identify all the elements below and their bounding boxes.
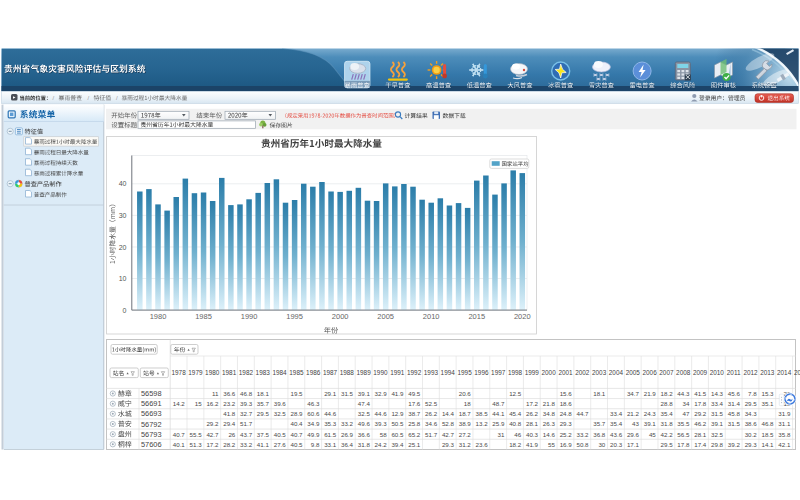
svg-text:39.3: 39.3 xyxy=(375,420,388,427)
svg-text:32.5: 32.5 xyxy=(711,431,724,438)
svg-text:34.7: 34.7 xyxy=(627,390,640,397)
svg-text:56693: 56693 xyxy=(141,409,162,418)
svg-text:29.5: 29.5 xyxy=(257,410,270,417)
svg-text:43.6: 43.6 xyxy=(610,431,623,438)
svg-text:56792: 56792 xyxy=(141,420,162,429)
svg-text:44.6: 44.6 xyxy=(324,410,337,417)
svg-text:44.3: 44.3 xyxy=(677,390,690,397)
svg-text:1980: 1980 xyxy=(150,312,167,321)
svg-text:39.6: 39.6 xyxy=(274,400,287,407)
svg-text:2008: 2008 xyxy=(676,369,691,376)
svg-text:28.8: 28.8 xyxy=(661,400,674,407)
svg-text:17.4: 17.4 xyxy=(694,441,707,448)
svg-text:31.5: 31.5 xyxy=(341,390,354,397)
svg-text:35.7: 35.7 xyxy=(257,400,270,407)
svg-text:19.5: 19.5 xyxy=(291,390,304,397)
svg-text:35.4: 35.4 xyxy=(610,420,623,427)
svg-text:1994: 1994 xyxy=(441,369,456,376)
svg-text:14.3: 14.3 xyxy=(711,390,724,397)
svg-text:26.2: 26.2 xyxy=(526,410,539,417)
svg-text:33.2: 33.2 xyxy=(576,431,589,438)
svg-text:39.4: 39.4 xyxy=(391,441,404,448)
svg-text:29.5: 29.5 xyxy=(745,400,758,407)
svg-text:1990: 1990 xyxy=(241,312,258,321)
svg-text:1987: 1987 xyxy=(323,369,338,376)
svg-text:36.6: 36.6 xyxy=(223,390,236,397)
svg-text:39.1: 39.1 xyxy=(358,390,371,397)
svg-text:50.8: 50.8 xyxy=(576,441,589,448)
svg-text:32.7: 32.7 xyxy=(240,410,253,417)
svg-text:2003: 2003 xyxy=(592,369,607,376)
svg-text:1995: 1995 xyxy=(286,312,303,321)
svg-text:29.1: 29.1 xyxy=(324,390,337,397)
svg-text:31.5: 31.5 xyxy=(711,410,724,417)
svg-text:1992: 1992 xyxy=(407,369,422,376)
svg-text:1985: 1985 xyxy=(195,312,212,321)
svg-text:33.2: 33.2 xyxy=(240,441,253,448)
svg-text:26.2: 26.2 xyxy=(425,410,438,417)
svg-text:48.7: 48.7 xyxy=(492,400,505,407)
svg-text:31.8: 31.8 xyxy=(661,420,674,427)
svg-text:52.8: 52.8 xyxy=(442,420,455,427)
svg-text:51.7: 51.7 xyxy=(425,431,438,438)
svg-text:42.2: 42.2 xyxy=(661,431,674,438)
svg-text:7.8: 7.8 xyxy=(748,390,757,397)
svg-text:36.4: 36.4 xyxy=(341,441,354,448)
svg-text:36.6: 36.6 xyxy=(358,431,371,438)
svg-text:1999: 1999 xyxy=(525,369,540,376)
svg-text:21.2: 21.2 xyxy=(627,410,640,417)
svg-text:2020: 2020 xyxy=(514,312,531,321)
svg-text:33.1: 33.1 xyxy=(324,441,337,448)
svg-text:14.6: 14.6 xyxy=(543,431,556,438)
svg-text:41.9: 41.9 xyxy=(391,390,404,397)
svg-text:29.3: 29.3 xyxy=(560,420,573,427)
svg-text:1984: 1984 xyxy=(272,369,287,376)
svg-text:55: 55 xyxy=(548,441,555,448)
svg-text:2007: 2007 xyxy=(659,369,674,376)
svg-text:31.4: 31.4 xyxy=(728,400,741,407)
svg-text:45.4: 45.4 xyxy=(509,410,522,417)
svg-text:1985: 1985 xyxy=(289,369,304,376)
svg-text:46.8: 46.8 xyxy=(240,390,253,397)
svg-text:38.9: 38.9 xyxy=(459,420,472,427)
svg-text:43: 43 xyxy=(632,420,639,427)
svg-text:1990: 1990 xyxy=(373,369,388,376)
svg-text:20.3: 20.3 xyxy=(610,441,623,448)
svg-text:2015: 2015 xyxy=(794,369,800,376)
svg-text:18.2: 18.2 xyxy=(509,441,522,448)
svg-text:15: 15 xyxy=(195,400,202,407)
svg-text:1979: 1979 xyxy=(188,369,203,376)
svg-text:40.7: 40.7 xyxy=(291,431,304,438)
svg-text:1981: 1981 xyxy=(222,369,237,376)
svg-text:2009: 2009 xyxy=(693,369,708,376)
svg-text:1991: 1991 xyxy=(390,369,405,376)
svg-text:55.5: 55.5 xyxy=(190,431,203,438)
svg-text:18.1: 18.1 xyxy=(257,390,270,397)
svg-text:49.6: 49.6 xyxy=(358,420,371,427)
svg-text:2014: 2014 xyxy=(777,369,792,376)
svg-text:1988: 1988 xyxy=(340,369,355,376)
svg-text:32.9: 32.9 xyxy=(375,390,388,397)
svg-text:29.4: 29.4 xyxy=(223,420,236,427)
svg-text:45.6: 45.6 xyxy=(728,390,741,397)
svg-text:40.1: 40.1 xyxy=(173,441,186,448)
svg-text:2013: 2013 xyxy=(760,369,775,376)
svg-text:32.5: 32.5 xyxy=(358,410,371,417)
svg-text:25.8: 25.8 xyxy=(408,420,421,427)
svg-text:40.5: 40.5 xyxy=(274,431,287,438)
svg-text:36.8: 36.8 xyxy=(593,431,606,438)
svg-text:29.3: 29.3 xyxy=(745,441,758,448)
svg-text:29.5: 29.5 xyxy=(661,441,674,448)
svg-text:39.1: 39.1 xyxy=(644,420,657,427)
svg-text:41.8: 41.8 xyxy=(223,410,236,417)
svg-text:31.9: 31.9 xyxy=(778,410,791,417)
svg-text:14.1: 14.1 xyxy=(761,441,774,448)
svg-text:17.2: 17.2 xyxy=(206,441,219,448)
svg-text:26.3: 26.3 xyxy=(543,420,556,427)
svg-text:18.5: 18.5 xyxy=(761,431,774,438)
svg-text:49.9: 49.9 xyxy=(307,431,320,438)
svg-text:31.1: 31.1 xyxy=(778,420,791,427)
svg-text:24.8: 24.8 xyxy=(560,410,573,417)
svg-text:56.5: 56.5 xyxy=(677,431,690,438)
svg-text:60.6: 60.6 xyxy=(307,410,320,417)
